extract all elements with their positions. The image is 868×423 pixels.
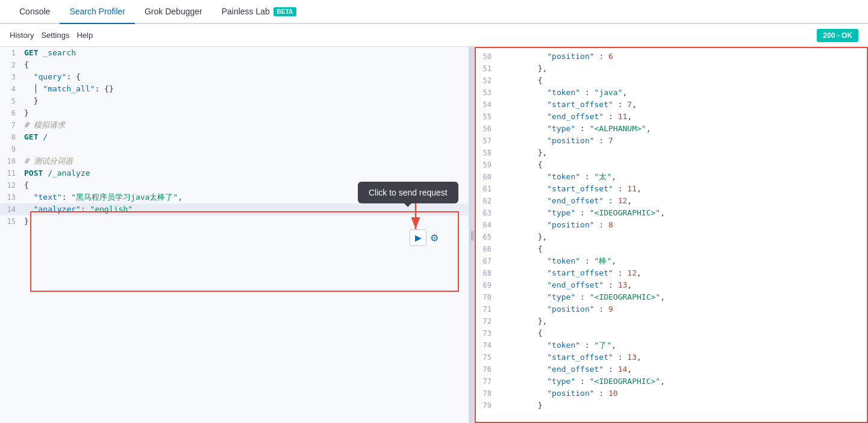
top-nav: Console Search Profiler Grok Debugger Pa…	[0, 0, 868, 24]
code-line-14: 14 "analyzer": "english"	[0, 203, 469, 215]
tab-search-profiler[interactable]: Search Profiler	[60, 0, 135, 24]
resp-line-63: 63 "type" : "<IDEOGRAPHIC>",	[476, 207, 867, 219]
resp-line-72: 72 },	[476, 315, 867, 327]
code-line-3: 3 "query": {	[0, 71, 469, 83]
resp-line-62: 62 "end_offset" : 12,	[476, 195, 867, 207]
resp-line-68: 68 "start_offset" : 12,	[476, 267, 867, 279]
resp-line-74: 74 "token" : "了",	[476, 339, 867, 351]
code-line-2: 2 {	[0, 59, 469, 71]
resp-line-53: 53 "token" : "java",	[476, 87, 867, 99]
code-line-15: 15 }	[0, 215, 469, 227]
resp-line-50: 50 "position" : 6	[476, 51, 867, 63]
resp-line-59: 59 {	[476, 159, 867, 171]
resp-line-71: 71 "position" : 9	[476, 303, 867, 315]
help-button[interactable]: Help	[76, 24, 100, 47]
code-line-8: 8 GET /	[0, 131, 469, 143]
response-content: 50 "position" : 6 51 }, 52 { 53 "token" …	[476, 48, 867, 422]
tab-console[interactable]: Console	[10, 0, 60, 24]
resp-line-67: 67 "token" : "棒",	[476, 255, 867, 267]
resp-line-52: 52 {	[476, 75, 867, 87]
code-line-4: 4 │ "match_all": {}	[0, 83, 469, 95]
settings-button[interactable]: Settings	[41, 24, 76, 47]
code-line-7: 7 # 模拟请求	[0, 119, 469, 131]
resp-line-60: 60 "token" : "太",	[476, 171, 867, 183]
resp-line-55: 55 "end_offset" : 11,	[476, 111, 867, 123]
resp-line-77: 77 "type" : "<IDEOGRAPHIC>",	[476, 375, 867, 387]
resp-line-78: 78 "position" : 10	[476, 387, 867, 400]
resp-line-69: 69 "end_offset" : 13,	[476, 279, 867, 291]
code-line-9: 9	[0, 143, 469, 155]
code-line-6: 6 }	[0, 107, 469, 119]
resp-line-57: 57 "position" : 7	[476, 135, 867, 147]
resp-line-70: 70 "type" : "<IDEOGRAPHIC>",	[476, 291, 867, 303]
resp-line-79: 79 }	[476, 400, 867, 412]
resp-line-73: 73 {	[476, 327, 867, 339]
code-line-5: 5 }	[0, 95, 469, 107]
tooltip: Click to send request	[358, 182, 458, 203]
code-line-1: 1 GET _search	[0, 47, 469, 59]
sub-toolbar: History Settings Help 200 - OK	[0, 24, 868, 47]
history-button[interactable]: History	[10, 24, 41, 47]
resp-line-75: 75 "start_offset" : 13,	[476, 351, 867, 363]
code-line-11: 11 POST /_analyze	[0, 167, 469, 179]
resp-line-61: 61 "start_offset" : 11,	[476, 183, 867, 195]
code-editor[interactable]: 1 GET _search 2 { 3 "query": { 4 │ "matc…	[0, 47, 469, 423]
code-line-10: 10 # 测试分词器	[0, 155, 469, 167]
play-button-container: ▶	[410, 229, 426, 246]
request-settings-icon[interactable]: ⚙	[430, 232, 439, 244]
main-content: 1 GET _search 2 { 3 "query": { 4 │ "matc…	[0, 47, 868, 423]
resp-line-51: 51 },	[476, 63, 867, 75]
resp-line-76: 76 "end_offset" : 14,	[476, 363, 867, 375]
resp-line-65: 65 },	[476, 231, 867, 243]
panel-divider[interactable]: ‖	[470, 47, 475, 423]
resp-line-64: 64 "position" : 8	[476, 219, 867, 231]
tab-grok-debugger[interactable]: Grok Debugger	[135, 0, 212, 24]
run-request-button[interactable]: ▶	[410, 229, 426, 246]
beta-badge: BETA	[273, 7, 296, 16]
resp-line-58: 58 },	[476, 147, 867, 159]
response-panel[interactable]: 50 "position" : 6 51 }, 52 { 53 "token" …	[475, 47, 868, 423]
status-badge: 200 - OK	[817, 29, 858, 42]
editor-panel[interactable]: 1 GET _search 2 { 3 "query": { 4 │ "matc…	[0, 47, 470, 423]
tab-painless-lab[interactable]: Painless Lab BETA	[212, 0, 307, 24]
resp-line-56: 56 "type" : "<ALPHANUM>",	[476, 123, 867, 135]
resp-line-54: 54 "start_offset" : 7,	[476, 99, 867, 111]
resp-line-66: 66 {	[476, 243, 867, 255]
